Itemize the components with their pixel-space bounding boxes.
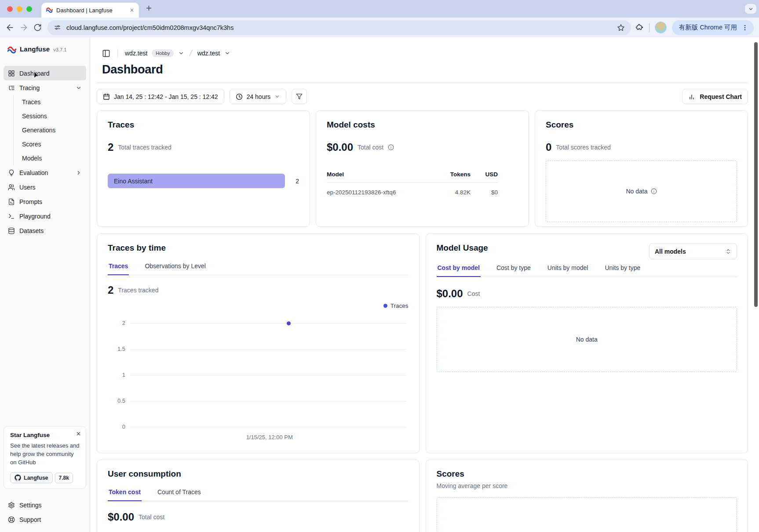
sidebar-item-label: Evaluation: [19, 169, 48, 176]
legend-label: Traces: [390, 302, 409, 309]
github-star-count[interactable]: 7.8k: [55, 473, 73, 483]
stat-label: Traces tracked: [118, 287, 158, 294]
trace-name-label: Eino Assistant: [114, 178, 153, 185]
zoom-window-button[interactable]: [26, 6, 32, 12]
table-row[interactable]: ep-20250112193826-xftq6 4.82K $0: [327, 183, 498, 196]
model-usage-stat: $0.00 Cost: [437, 288, 737, 300]
tab-observations-by-level[interactable]: Observations by Level: [144, 259, 207, 275]
chrome-update-button[interactable]: 有新版 Chrome 可用: [672, 20, 754, 35]
stat-value: 2: [108, 141, 113, 153]
gridline: [131, 323, 406, 324]
sidebar-item-generations[interactable]: Generations: [14, 123, 86, 137]
sidebar-item-datasets[interactable]: Datasets: [4, 223, 86, 238]
sidebar-item-playground[interactable]: Playground: [4, 209, 86, 223]
sidebar-item-evaluation[interactable]: Evaluation: [4, 165, 86, 180]
mouse-cursor: [32, 70, 41, 79]
new-tab-button[interactable]: [145, 4, 153, 12]
sidebar-item-label: Playground: [19, 213, 51, 220]
tab-cost-by-type[interactable]: Cost by type: [496, 260, 532, 277]
brand-version: v3.7.1: [53, 47, 66, 52]
no-data-label: No data: [576, 336, 598, 343]
chart-legend: Traces: [108, 302, 409, 309]
sidebar-item-scores[interactable]: Scores: [14, 137, 86, 151]
sidebar-item-dashboard[interactable]: Dashboard: [4, 66, 86, 80]
bookmark-icon[interactable]: [617, 24, 625, 32]
forward-icon[interactable]: [19, 23, 29, 32]
extensions-icon[interactable]: [635, 23, 644, 32]
sidebar-toggle-icon[interactable]: [102, 49, 110, 58]
github-repo-button[interactable]: Langfuse: [10, 472, 53, 483]
gridline: [131, 401, 406, 401]
browser-toolbar: cloud.langfuse.com/project/cm50idm0208mx…: [0, 18, 759, 37]
traces-by-time-chart: 2 1.5 1 0.5 0 1/15/25, 12:00 PM: [108, 315, 409, 447]
tab-units-by-model[interactable]: Units by model: [547, 260, 589, 277]
org-name[interactable]: wdz.test: [125, 50, 147, 57]
chevron-down-icon[interactable]: [224, 50, 230, 56]
no-data-box: No data: [546, 160, 737, 222]
browser-tab[interactable]: Dashboard | Langfuse: [41, 3, 139, 18]
time-window-label: 24 hours: [247, 93, 270, 100]
reload-icon[interactable]: [33, 23, 43, 32]
traces-tracked-stat: 2 Traces tracked: [108, 284, 409, 296]
stat-value: 2: [108, 284, 113, 296]
dashboard-icon: [8, 70, 15, 77]
star-card-title: Star Langfuse: [10, 432, 80, 438]
address-bar[interactable]: cloud.langfuse.com/project/cm50idm0208mx…: [47, 20, 631, 35]
sidebar-item-support[interactable]: Support: [4, 512, 86, 527]
cell-tokens: 4.82K: [430, 189, 471, 196]
sidebar-item-label: Generations: [22, 127, 55, 134]
sidebar-item-settings[interactable]: Settings: [4, 498, 86, 512]
sidebar-item-traces[interactable]: Traces: [14, 95, 86, 109]
sidebar-item-label: Sessions: [22, 113, 47, 120]
breadcrumb: wdz.test Hobby / wdz.test: [102, 48, 748, 58]
trace-name-bar[interactable]: Eino Assistant: [108, 174, 285, 188]
chevron-down-icon[interactable]: [178, 50, 184, 56]
sidebar-item-label: Support: [19, 516, 41, 523]
summary-cards-row: Traces 2 Total traces tracked Eino Assis…: [97, 110, 748, 227]
sidebar-item-label: Prompts: [19, 198, 42, 205]
time-window-select[interactable]: 24 hours: [230, 89, 286, 104]
sidebar-item-sessions[interactable]: Sessions: [14, 109, 86, 123]
minimize-window-button[interactable]: [17, 6, 22, 12]
model-costs-card: Model costs $0.00 Total cost Model Token…: [316, 110, 529, 227]
model-select[interactable]: All models: [649, 243, 737, 259]
page-scrollbar[interactable]: [754, 42, 758, 307]
info-icon[interactable]: [388, 144, 394, 150]
trace-name-count: 2: [291, 178, 299, 185]
sidebar-item-prompts[interactable]: Prompts: [4, 194, 86, 209]
card-title: Model costs: [327, 120, 518, 130]
close-icon[interactable]: [76, 431, 81, 437]
gear-icon: [8, 502, 15, 509]
tab-close-icon[interactable]: [129, 7, 135, 13]
github-repo-label: Langfuse: [24, 475, 48, 481]
sidebar-item-label: Users: [19, 184, 36, 191]
tab-token-cost[interactable]: Token cost: [108, 485, 142, 501]
card-subtitle: Moving average per score: [437, 482, 737, 489]
trace-name-bar-row: Eino Assistant 2: [108, 174, 299, 188]
tab-count-of-traces[interactable]: Count of Traces: [157, 485, 202, 501]
tab-traces[interactable]: Traces: [108, 259, 129, 275]
tab-cost-by-model[interactable]: Cost by model: [437, 260, 481, 277]
tab-search-button[interactable]: [745, 4, 756, 14]
close-window-button[interactable]: [7, 6, 13, 12]
site-info-icon[interactable]: [54, 24, 61, 31]
tab-units-by-type[interactable]: Units by type: [604, 260, 641, 277]
model-usage-tabs: Cost by model Cost by type Units by mode…: [437, 260, 737, 277]
date-range-picker[interactable]: Jan 14, 25 : 12:42 - Jan 15, 25 : 12:42: [97, 89, 224, 104]
request-chart-button[interactable]: Request Chart: [682, 89, 748, 104]
star-card-body: See the latest releases and help grow th…: [10, 442, 80, 467]
tracing-icon: [8, 84, 15, 91]
star-card-buttons: Langfuse 7.8k: [10, 472, 80, 483]
info-icon[interactable]: [651, 188, 657, 194]
profile-avatar[interactable]: [655, 22, 667, 33]
sidebar-item-tracing[interactable]: Tracing: [4, 80, 86, 95]
sidebar-item-users[interactable]: Users: [4, 180, 86, 194]
data-point[interactable]: [287, 321, 291, 325]
toolbar-divider: [649, 23, 650, 32]
back-icon[interactable]: [5, 23, 15, 32]
filter-button[interactable]: [292, 89, 307, 104]
project-name[interactable]: wdz.test: [197, 50, 220, 57]
main-header: wdz.test Hobby / wdz.test Dashboard: [97, 37, 748, 83]
brand[interactable]: Langfuse v3.7.1: [4, 44, 86, 56]
sidebar-item-models[interactable]: Models: [14, 151, 86, 165]
